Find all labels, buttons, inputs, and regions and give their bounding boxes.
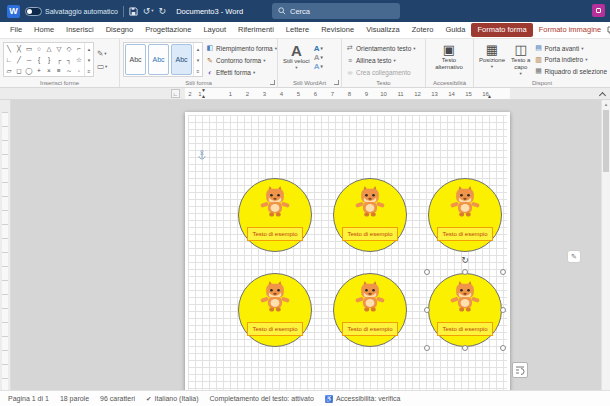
char-count[interactable]: 96 caratteri [100, 395, 135, 402]
shape-icon[interactable]: ▭ [24, 43, 34, 54]
search-box[interactable]: Cerca [272, 3, 400, 19]
scroll-up-icon[interactable]: ▴ [602, 101, 610, 107]
ribbon-tab[interactable]: Formato forma [471, 23, 532, 37]
resize-handle[interactable] [500, 345, 506, 351]
resize-handle[interactable] [424, 307, 430, 313]
shape-icon[interactable]: ╳ [14, 43, 24, 54]
sticker-label[interactable]: Testo di esempio [437, 227, 493, 241]
resize-handle[interactable] [500, 269, 506, 275]
shape-icon[interactable]: × [44, 65, 54, 76]
shape-icon[interactable]: ○ [34, 43, 44, 54]
shape-icon[interactable]: ☆ [74, 54, 84, 65]
sticker-shape[interactable]: Testo di esempio [238, 178, 312, 252]
scroll-up-icon[interactable]: ▴ [194, 43, 202, 54]
accessibility-indicator[interactable]: ♿ Accessibilità: verifica [325, 395, 401, 403]
ribbon-tab[interactable]: Revisione [315, 23, 360, 37]
shape-icon[interactable]: { [34, 54, 44, 65]
scroll-up-icon[interactable]: ▴ [85, 43, 93, 54]
edit-shape-button[interactable]: ✎ ▾ [97, 49, 107, 58]
shape-icon[interactable]: △ [44, 43, 54, 54]
style-preview[interactable]: Abc [171, 44, 192, 75]
send-backward-button[interactable]: ▥ Porta indietro ▾ [534, 56, 607, 64]
sticker-shape[interactable]: Testo di esempio [428, 178, 502, 252]
style-preview[interactable]: Abc [148, 44, 169, 75]
redo-icon[interactable]: ↻ [159, 7, 167, 16]
shape-icon[interactable]: ≡ [54, 65, 64, 76]
text-direction-button[interactable]: ⇄ Orientamento testo ▾ [346, 44, 422, 52]
selection-pane-button[interactable]: ▦ Riquadro di selezione [534, 67, 607, 75]
ribbon-tab[interactable]: Home [28, 23, 60, 37]
shape-icon[interactable]: ▱ [4, 65, 14, 76]
ribbon-tab[interactable]: Visualizza [360, 23, 406, 37]
save-icon[interactable] [129, 7, 138, 16]
shape-icon[interactable]: ◇ [64, 43, 74, 54]
shape-icon[interactable]: + [34, 65, 44, 76]
shape-effects-button[interactable]: ◐ Effetti forma ▾ [206, 69, 277, 76]
align-text-button[interactable]: ≡ Allinea testo ▾ [346, 57, 422, 64]
sticker-shape[interactable]: Testo di esempio [238, 273, 312, 347]
shape-icon[interactable]: ◯ [24, 65, 34, 76]
dialog-launcher-icon[interactable] [334, 80, 339, 85]
quick-styles-button[interactable]: A Stili veloci ▾ [281, 42, 312, 73]
shape-fill-button[interactable]: ◧ Riempimento forma ▾ [206, 44, 277, 52]
layout-options-button[interactable] [512, 362, 528, 378]
toggle-switch-icon[interactable] [25, 7, 42, 16]
shape-icon[interactable]: ◦ [74, 65, 84, 76]
shape-icon[interactable]: ┌ [54, 54, 64, 65]
text-outline-button[interactable]: A ▾ [314, 53, 323, 62]
scrollbar-thumb[interactable] [603, 110, 609, 172]
scroll-down-icon[interactable]: ▾ [85, 54, 93, 65]
account-avatar[interactable] [592, 4, 605, 17]
page-indicator[interactable]: Pagina 1 di 1 [8, 395, 49, 402]
ribbon-tab[interactable]: File [4, 23, 28, 37]
dialog-launcher-icon[interactable] [270, 80, 275, 85]
resize-handle[interactable] [462, 269, 468, 275]
shape-icon[interactable]: ◻ [14, 65, 24, 76]
undo-button[interactable]: ↺ ▾ [143, 7, 154, 16]
hanging-indent-marker[interactable]: ▲ [201, 94, 206, 99]
shape-icon[interactable]: ⌐ [74, 43, 84, 54]
position-button[interactable]: ▦ Posizione ▾ [477, 42, 507, 77]
scroll-down-icon[interactable]: ▾ [194, 54, 202, 65]
ribbon-tab[interactable]: Riferimenti [232, 23, 280, 37]
alt-text-button[interactable]: ▣ Testo alternativo [429, 42, 469, 72]
word-logo-icon[interactable]: W [7, 5, 20, 18]
gallery-more-icon[interactable]: ≡ [194, 65, 202, 76]
autosave-toggle[interactable]: Salvataggio automatico [25, 7, 118, 16]
shape-icon[interactable]: ∼ [64, 65, 74, 76]
text-box-button[interactable]: ▭ ▾ [97, 62, 107, 71]
shape-outline-button[interactable]: ✎ Contorno forma ▾ [206, 57, 277, 65]
ribbon-tab[interactable]: Formato immagine [533, 23, 608, 37]
collapse-ribbon-icon[interactable] [599, 92, 605, 98]
ribbon-tab[interactable]: Guida [439, 23, 471, 37]
shape-icon[interactable]: ─ [24, 54, 34, 65]
text-effects-button[interactable]: A ▾ [314, 62, 323, 71]
shape-icon[interactable]: ▽ [54, 43, 64, 54]
resize-handle[interactable] [424, 345, 430, 351]
rotate-handle-icon[interactable]: ↻ [461, 256, 469, 265]
right-indent-marker[interactable]: ▲ [487, 94, 492, 99]
ribbon-tab[interactable]: Layout [197, 23, 232, 37]
comment-icon[interactable]: ✎ [567, 250, 581, 263]
text-fill-button[interactable]: A ▾ [314, 44, 323, 53]
bring-forward-button[interactable]: ▤ Porta avanti ▾ [534, 44, 607, 52]
shape-icon[interactable]: ╱ [14, 54, 24, 65]
sticker-label[interactable]: Testo di esempio [247, 322, 303, 336]
sticker-shape[interactable]: Testo di esempio [333, 178, 407, 252]
shape-icon[interactable]: ┐ [64, 54, 74, 65]
ribbon-tab[interactable]: Inserisci [60, 23, 100, 37]
sticker-label[interactable]: Testo di esempio [342, 227, 398, 241]
shape-icon[interactable]: ╲ [4, 43, 14, 54]
document-page[interactable]: Testo di esempio [185, 112, 510, 390]
vertical-scrollbar[interactable]: ▴ [601, 100, 610, 390]
sticker-label[interactable]: Testo di esempio [247, 227, 303, 241]
ribbon-tab[interactable]: Lettere [280, 23, 315, 37]
tab-stop-selector[interactable]: ∟ [171, 89, 180, 98]
resize-handle[interactable] [500, 307, 506, 313]
resize-handle[interactable] [424, 269, 430, 275]
resize-handle[interactable] [462, 345, 468, 351]
ribbon-tab[interactable]: Zotero [406, 23, 440, 37]
gallery-more-icon[interactable]: ≡ [85, 65, 93, 76]
text-prediction-indicator[interactable]: Completamento del testo: attivato [210, 395, 314, 402]
sticker-label[interactable]: Testo di esempio [342, 322, 398, 336]
